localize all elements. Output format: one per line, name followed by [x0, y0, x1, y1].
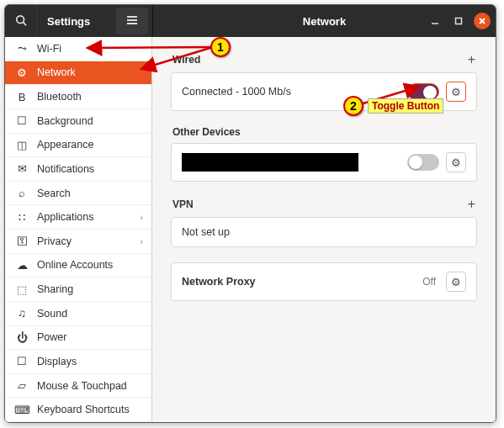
other-device-row: ⚙: [172, 144, 476, 181]
sidebar: ⤳Wi-Fi⚙NetworkBBluetooth☐Background◫Appe…: [5, 37, 152, 422]
proxy-controls: Off ⚙: [422, 272, 466, 292]
sidebar-item-label: Background: [37, 115, 93, 127]
window-controls: [427, 13, 491, 29]
svg-point-0: [16, 15, 24, 23]
sidebar-item-label: Network: [37, 66, 76, 78]
power-icon: ⏻: [15, 331, 29, 344]
wi-fi-icon: ⤳: [15, 42, 29, 55]
search-button[interactable]: [5, 5, 37, 37]
vpn-header: VPN +: [171, 197, 477, 212]
titlebar: Settings Network: [5, 5, 496, 37]
gear-icon: ⚙: [451, 276, 461, 288]
online-accounts-icon: ☁: [15, 259, 29, 272]
sidebar-item-background[interactable]: ☐Background: [5, 109, 151, 134]
sidebar-item-sharing[interactable]: ⬚Sharing: [5, 277, 151, 302]
search-icon: ⌕: [15, 187, 29, 199]
sidebar-item-label: Wi-Fi: [37, 43, 61, 55]
sidebar-item-notifications[interactable]: ✉Notifications: [5, 157, 151, 182]
vpn-card: Not set up: [171, 217, 477, 247]
maximize-button[interactable]: [450, 13, 467, 29]
annotation-label-toggle: Toggle Button: [368, 98, 443, 114]
sidebar-title: Settings: [37, 15, 112, 28]
sidebar-item-label: Displays: [37, 356, 77, 367]
sidebar-item-label: Keyboard Shortcuts: [37, 404, 130, 415]
other-device-settings-button[interactable]: ⚙: [446, 152, 466, 172]
titlebar-right: Network: [152, 5, 496, 37]
proxy-value: Off: [422, 276, 436, 288]
hamburger-button[interactable]: [116, 8, 148, 34]
sidebar-item-search[interactable]: ⌕Search: [5, 182, 151, 206]
other-devices-title: Other Devices: [172, 126, 241, 138]
sidebar-item-label: Appearance: [37, 139, 93, 151]
annotation-badge-1: 1: [210, 37, 231, 57]
hamburger-icon: [126, 15, 138, 28]
other-devices-header: Other Devices: [171, 126, 477, 138]
wired-status: Connected - 1000 Mb/s: [182, 86, 291, 98]
sidebar-item-label: Online Accounts: [37, 259, 113, 271]
sidebar-item-keyboard-shortcuts[interactable]: ⌨Keyboard Shortcuts: [5, 398, 151, 422]
annotation-badge-2: 2: [343, 96, 363, 116]
sidebar-item-label: Notifications: [37, 163, 94, 175]
content-panel: Wired + Connected - 1000 Mb/s ⚙ Other De: [152, 37, 496, 422]
proxy-row[interactable]: Network Proxy Off ⚙: [172, 263, 476, 300]
sharing-icon: ⬚: [15, 283, 29, 296]
proxy-settings-button[interactable]: ⚙: [446, 272, 466, 292]
search-icon: [15, 14, 27, 29]
chevron-right-icon: ›: [140, 212, 143, 222]
proxy-label: Network Proxy: [182, 276, 256, 288]
sidebar-item-sound[interactable]: ♫Sound: [5, 302, 151, 326]
sidebar-item-appearance[interactable]: ◫Appearance: [5, 134, 151, 158]
sidebar-item-applications[interactable]: ∷Applications›: [5, 205, 151, 230]
keyboard-shortcuts-icon: ⌨: [15, 404, 29, 416]
sidebar-item-label: Bluetooth: [37, 91, 82, 103]
settings-window: Settings Network ⤳Wi-Fi⚙NetworkBBluetoot…: [4, 4, 496, 423]
other-devices-card: ⚙: [171, 143, 477, 182]
vpn-title: VPN: [172, 198, 194, 210]
background-icon: ☐: [15, 114, 29, 127]
add-vpn-button[interactable]: +: [468, 197, 475, 212]
sidebar-item-privacy[interactable]: ⚿Privacy›: [5, 230, 151, 254]
proxy-group: Network Proxy Off ⚙: [171, 262, 477, 301]
sidebar-item-network[interactable]: ⚙Network: [5, 61, 151, 86]
minimize-button[interactable]: [427, 13, 443, 29]
svg-line-1: [23, 22, 26, 25]
sidebar-item-label: Power: [37, 331, 66, 343]
page-title: Network: [303, 15, 346, 28]
applications-icon: ∷: [15, 211, 29, 224]
other-device-toggle[interactable]: [407, 154, 439, 171]
sidebar-item-label: Privacy: [37, 235, 72, 247]
sidebar-item-online-accounts[interactable]: ☁Online Accounts: [5, 254, 151, 278]
vpn-group: VPN + Not set up: [171, 197, 477, 247]
titlebar-left: Settings: [5, 5, 152, 37]
sidebar-item-label: Sharing: [37, 283, 73, 295]
sidebar-item-label: Search: [37, 188, 71, 199]
close-button[interactable]: [474, 13, 491, 29]
sidebar-item-displays[interactable]: ☐Displays: [5, 350, 151, 374]
sidebar-item-mouse-touchpad[interactable]: ▱Mouse & Touchpad: [5, 374, 151, 399]
sidebar-item-label: Mouse & Touchpad: [37, 380, 127, 392]
proxy-card: Network Proxy Off ⚙: [171, 262, 477, 301]
sidebar-item-label: Applications: [37, 211, 93, 223]
notifications-icon: ✉: [15, 162, 29, 175]
sidebar-item-wi-fi[interactable]: ⤳Wi-Fi: [5, 37, 151, 61]
vpn-status: Not set up: [182, 226, 230, 238]
window-body: ⤳Wi-Fi⚙NetworkBBluetooth☐Background◫Appe…: [5, 37, 496, 422]
privacy-icon: ⚿: [15, 235, 29, 247]
sidebar-item-power[interactable]: ⏻Power: [5, 326, 151, 351]
wired-title: Wired: [172, 54, 200, 66]
network-icon: ⚙: [15, 66, 29, 79]
sound-icon: ♫: [15, 307, 29, 320]
add-wired-button[interactable]: +: [468, 52, 475, 67]
vpn-row: Not set up: [172, 218, 476, 246]
redacted-device-name: [182, 153, 358, 172]
gear-icon: ⚙: [451, 86, 461, 98]
wired-toggle[interactable]: [407, 83, 439, 100]
sidebar-item-bluetooth[interactable]: BBluetooth: [5, 85, 151, 109]
displays-icon: ☐: [15, 355, 29, 367]
toggle-knob: [423, 86, 437, 99]
other-device-controls: ⚙: [407, 152, 466, 172]
svg-rect-6: [456, 18, 462, 24]
sidebar-item-label: Sound: [37, 308, 67, 320]
appearance-icon: ◫: [15, 139, 29, 151]
wired-settings-button[interactable]: ⚙: [446, 82, 466, 102]
